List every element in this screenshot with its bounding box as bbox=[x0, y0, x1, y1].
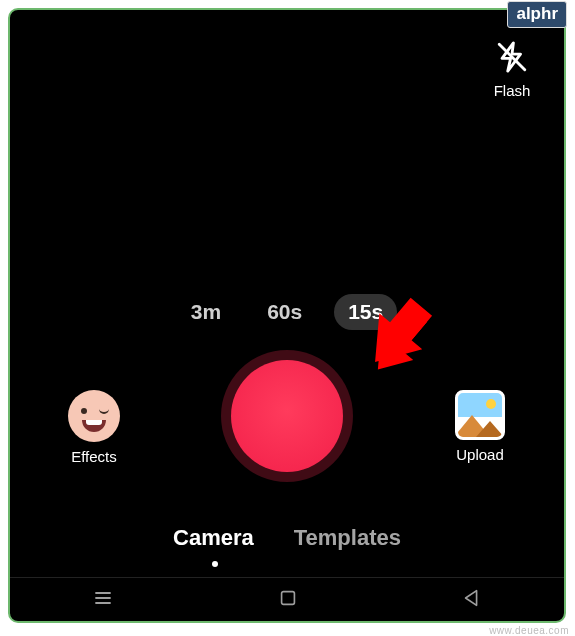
flash-label: Flash bbox=[494, 82, 531, 99]
duration-selector: 3m 60s 15s bbox=[10, 294, 564, 330]
duration-60s[interactable]: 60s bbox=[253, 294, 316, 330]
effects-button[interactable]: Effects bbox=[54, 390, 134, 465]
tab-indicator-dot bbox=[212, 561, 218, 567]
gallery-icon bbox=[455, 390, 505, 440]
duration-3m[interactable]: 3m bbox=[177, 294, 235, 330]
mode-tabs: Camera Templates bbox=[10, 525, 564, 551]
tab-templates[interactable]: Templates bbox=[294, 525, 401, 551]
record-button-inner bbox=[231, 360, 343, 472]
watermark: www.deuea.com bbox=[489, 625, 569, 636]
svg-rect-7 bbox=[282, 591, 295, 604]
nav-home-button[interactable] bbox=[277, 587, 299, 613]
android-navbar bbox=[10, 577, 564, 621]
alphr-badge: alphr bbox=[507, 1, 567, 28]
svg-marker-8 bbox=[466, 590, 477, 605]
tab-camera[interactable]: Camera bbox=[173, 525, 254, 551]
upload-label: Upload bbox=[456, 446, 504, 463]
flash-button[interactable]: Flash bbox=[482, 40, 542, 99]
nav-back-button[interactable] bbox=[461, 587, 483, 613]
camera-screen: Flash 3m 60s 15s Effects Up bbox=[8, 8, 566, 623]
upload-button[interactable]: Upload bbox=[440, 390, 520, 463]
flash-off-icon bbox=[495, 40, 529, 78]
nav-menu-button[interactable] bbox=[91, 586, 115, 614]
record-button[interactable] bbox=[221, 350, 353, 482]
wink-face-icon bbox=[68, 390, 120, 442]
effects-label: Effects bbox=[71, 448, 117, 465]
